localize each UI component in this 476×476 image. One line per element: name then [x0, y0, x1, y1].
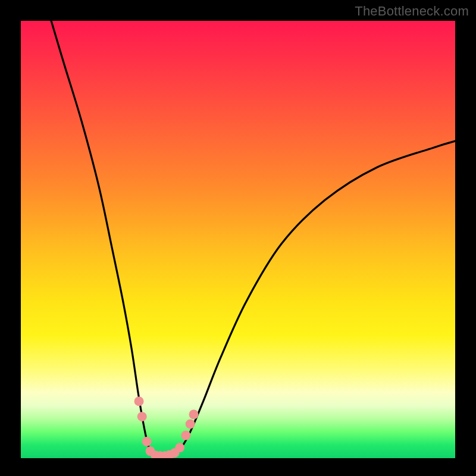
- marker-left-upper-2: [137, 412, 147, 421]
- chart-frame: TheBottleneck.com: [0, 0, 476, 476]
- marker-right-upper-3: [189, 410, 199, 419]
- marker-left-upper-1: [134, 396, 144, 406]
- curve-layer: [21, 21, 455, 458]
- marker-right-upper-2: [186, 419, 195, 429]
- plot-area: [21, 21, 455, 458]
- marker-right-upper-1: [181, 431, 190, 440]
- marker-right-lower-1: [175, 443, 184, 452]
- bottleneck-curve: [51, 21, 455, 456]
- marker-left-lower-1: [142, 437, 152, 446]
- attribution-label: TheBottleneck.com: [355, 4, 469, 19]
